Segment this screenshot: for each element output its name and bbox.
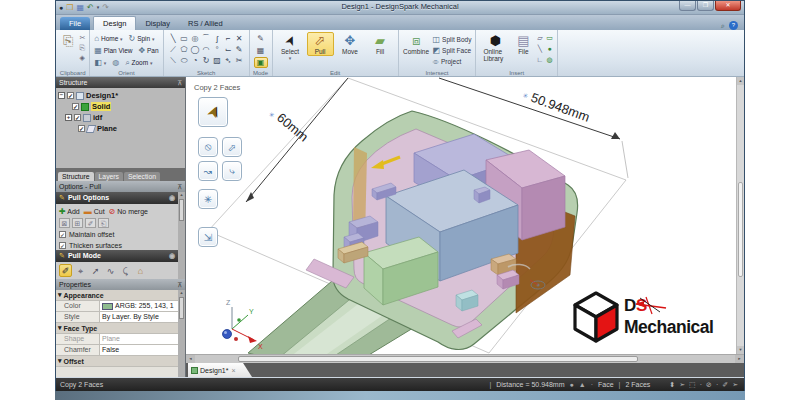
thicken-surfaces-checkbox[interactable]: ✓ <box>59 242 66 249</box>
sketch-tool-icon[interactable]: ⟋ <box>168 44 179 55</box>
pull-mode-icon[interactable]: ∿ <box>104 264 117 277</box>
move-button[interactable]: ✥ Move <box>337 32 364 56</box>
property-row-color[interactable]: Color ARGB: 255, 143, 1 <box>56 301 178 312</box>
sketch-tool-icon[interactable]: ⬠ <box>179 44 190 55</box>
section-face-type[interactable]: ▾Face Type <box>56 323 178 334</box>
rollup-icon[interactable]: ◉ <box>169 192 175 204</box>
copy-icon[interactable]: ⎘ <box>79 44 85 52</box>
insert-tool-icon[interactable]: ╲ <box>536 45 543 56</box>
pull-curve-button[interactable]: ↝ <box>198 161 218 181</box>
add-option[interactable]: ✚ Add <box>59 207 80 216</box>
pull-straight-button[interactable]: ⬀ <box>222 137 242 157</box>
dimension-50mm-label[interactable]: 50.948mm <box>529 90 592 125</box>
spin-button[interactable]: ↻ Spin ▾ <box>129 34 155 43</box>
property-row-shape[interactable]: Shape Plane <box>56 334 178 345</box>
pull-mode-icon[interactable]: ➚ <box>89 264 102 277</box>
online-library-button[interactable]: ⬢ Online Library <box>480 32 510 63</box>
sketch-tool-icon[interactable]: ʃ <box>212 33 223 44</box>
sketch-tool-icon[interactable]: ╲ <box>168 33 179 44</box>
tree-row-plane[interactable]: ✓ Plane <box>56 123 185 134</box>
sketch-tool-icon[interactable]: ✕ <box>234 33 245 44</box>
scroll-right-arrow[interactable]: ► <box>735 355 744 363</box>
document-tab-design1[interactable]: Design1* × <box>188 363 252 377</box>
sketch-tool-icon[interactable]: ◯ <box>190 44 201 55</box>
tab-close-icon[interactable]: × <box>231 367 235 374</box>
sketch-tool-icon[interactable]: ▨ <box>212 55 223 66</box>
pull-mode-icon[interactable]: ⌖ <box>74 264 87 277</box>
section-mode-button[interactable]: ▦ <box>254 45 268 56</box>
sketch-tool-icon[interactable]: ⌒ <box>201 33 212 44</box>
maintain-offset-option[interactable]: ✓ Maintain offset <box>59 229 175 240</box>
insert-tool-icon[interactable]: ◍ <box>546 56 553 67</box>
pull-option-icon[interactable]: ⊠ <box>59 218 70 228</box>
property-row-chamfer[interactable]: Chamfer False <box>56 345 178 356</box>
collapse-icon[interactable]: − <box>58 92 65 99</box>
split-face-button[interactable]: ◩Split Face <box>433 45 472 56</box>
insert-tool-icon[interactable]: ● <box>546 45 553 56</box>
tree-row-idf[interactable]: + ✓ idf <box>56 112 185 123</box>
visibility-checkbox[interactable]: ✓ <box>72 103 79 110</box>
sketch-tool-icon[interactable]: ▭ <box>179 33 190 44</box>
pull-mode-icon[interactable]: ⤹ <box>119 264 132 277</box>
sketch-tool-icon[interactable]: ◎ <box>190 33 201 44</box>
status-tool-icon[interactable]: ➣ <box>679 381 685 389</box>
vertical-scrollbar[interactable]: ▲ ▼ <box>736 77 744 354</box>
pull-options-header[interactable]: ✎ Pull Options ◉ <box>56 192 178 204</box>
tab-rs-allied[interactable]: RS / Allied <box>179 17 232 30</box>
pull-option-icon[interactable]: ✐ <box>85 218 96 228</box>
project-button[interactable]: ⌯Project <box>433 56 472 67</box>
view-cube-button[interactable]: ◧ ▾ <box>94 58 106 67</box>
combine-button[interactable]: ⧈ Combine <box>403 32 430 56</box>
options-scrollbar[interactable]: ▲ <box>178 192 185 279</box>
sketch-mode-button[interactable]: ✎ <box>254 33 268 44</box>
status-tool-icon[interactable]: ⊘ <box>706 381 712 389</box>
pull-option-icon[interactable]: ⎗ <box>98 218 109 228</box>
pull-both-sides-button[interactable]: ✳ <box>198 189 218 209</box>
solid-mode-button[interactable]: ▣ <box>254 57 268 68</box>
scroll-down-arrow[interactable]: ▼ <box>737 346 744 354</box>
property-row-style[interactable]: Style By Layer. By Style <box>56 312 178 323</box>
minimize-button[interactable]: — <box>679 1 696 11</box>
dimension-60mm-label[interactable]: 60mm <box>274 110 311 145</box>
paste-button[interactable]: ⎘ <box>60 32 76 49</box>
sketch-tool-icon[interactable]: ◠ <box>201 44 212 55</box>
tab-file[interactable]: File <box>60 17 90 30</box>
pull-bend-button[interactable]: ⤷ <box>222 161 242 181</box>
sketch-tool-icon[interactable]: ⟍ <box>168 55 179 66</box>
tab-display[interactable]: Display <box>136 17 179 30</box>
zoom-button[interactable]: ⌕ Zoom ▾ <box>125 58 152 68</box>
copy-face-button[interactable]: ⇲ <box>198 227 218 247</box>
rollup-icon[interactable]: ◉ <box>169 250 175 262</box>
visibility-checkbox[interactable]: ✓ <box>67 92 74 99</box>
plan-view-button[interactable]: ▦ Plan View <box>94 46 132 55</box>
visibility-checkbox[interactable]: ✓ <box>74 114 81 121</box>
canvas-select-button[interactable]: ➤ <box>198 97 228 127</box>
insert-tool-icon[interactable]: ▱ <box>536 34 543 45</box>
model-viewport[interactable]: ✳ 60mm ✳ 50.948mm <box>186 77 744 354</box>
panel-pin-icon[interactable]: ⊼ <box>177 181 182 192</box>
pull-option-icon[interactable]: ⊞ <box>72 218 83 228</box>
fill-button[interactable]: ▰ Fill <box>367 32 394 56</box>
sketch-tool-icon[interactable]: ↻ <box>201 55 212 66</box>
panel-pin-icon[interactable]: ⊼ <box>177 279 182 290</box>
tab-selection[interactable]: Selection <box>124 172 160 181</box>
close-button[interactable]: ✕ <box>715 1 741 11</box>
maintain-offset-checkbox[interactable]: ✓ <box>59 231 66 238</box>
pan-button[interactable]: ✥ Pan <box>138 46 158 55</box>
status-tool-icon[interactable]: · <box>716 381 718 389</box>
cut-option[interactable]: ▬ Cut <box>84 207 105 216</box>
expand-icon[interactable]: + <box>65 114 72 121</box>
status-tool-icon[interactable]: ✐ <box>722 381 728 389</box>
help-icon[interactable]: ? <box>729 21 738 30</box>
tab-design[interactable]: Design <box>93 16 136 30</box>
maximize-button[interactable]: ❐ <box>697 1 714 11</box>
status-tool-icon[interactable]: ⬚ <box>689 381 696 389</box>
panel-pin-icon[interactable]: ⊼ <box>177 77 182 88</box>
sketch-tool-icon[interactable]: ✎ <box>234 44 245 55</box>
status-tool-icon[interactable]: · <box>700 381 702 389</box>
insert-file-button[interactable]: ▤ File <box>513 32 533 56</box>
sketch-tool-icon[interactable]: ° <box>212 44 223 55</box>
pull-no-loop-button[interactable]: ⦸ <box>198 137 218 157</box>
search-icon[interactable]: ⌕ <box>721 22 725 30</box>
tab-structure[interactable]: Structure <box>58 172 94 181</box>
